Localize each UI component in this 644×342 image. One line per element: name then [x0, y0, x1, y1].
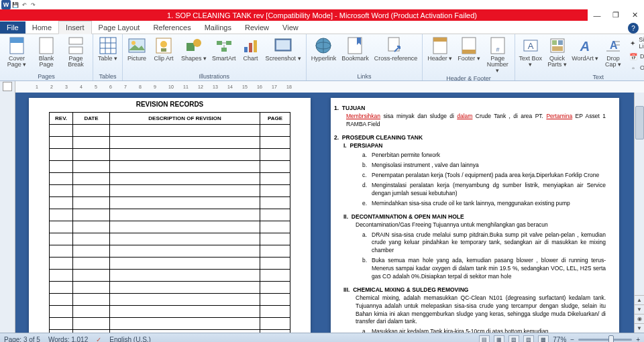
proofing-icon[interactable]: ✓	[96, 336, 101, 342]
svg-rect-5	[100, 38, 116, 54]
status-bar: Page: 3 of 5 Words: 1.012 ✓ English (U.S…	[0, 333, 644, 342]
svg-text:#: #	[496, 46, 499, 53]
svg-rect-17	[217, 41, 222, 45]
table-row	[50, 173, 290, 185]
hyperlink-button[interactable]: Hyperlink	[309, 36, 339, 62]
svg-rect-19	[221, 48, 227, 52]
view-web-icon[interactable]: ▧	[508, 335, 519, 343]
minimize-button[interactable]: —	[588, 9, 606, 21]
tab-file[interactable]: File	[0, 21, 25, 34]
crossref-button[interactable]: Cross-reference	[372, 36, 420, 62]
cover-page-button[interactable]: Cover Page ▾	[3, 36, 31, 68]
svg-rect-24	[276, 40, 290, 50]
undo-icon[interactable]: ↶	[20, 1, 28, 9]
blank-page-button[interactable]: Blank Page	[32, 36, 60, 68]
textbox-button[interactable]: AText Box ▾	[518, 36, 543, 68]
vertical-scrollbar[interactable]: ▲ ▼ ◉ ▼	[634, 93, 644, 333]
table-row	[50, 221, 290, 233]
tab-mailings[interactable]: Mailings	[198, 21, 238, 34]
tab-review[interactable]: Review	[238, 21, 276, 34]
save-icon[interactable]: 💾	[11, 1, 19, 9]
list-item: Menginstalasi peralatan kerja (menyambun…	[362, 182, 606, 198]
shapes-button[interactable]: Shapes ▾	[179, 36, 209, 62]
zoom-level[interactable]: 77%	[553, 336, 566, 342]
object-button[interactable]: ▫Object ▾	[627, 62, 644, 73]
table-button[interactable]: Table ▾	[96, 36, 119, 62]
col-rev: REV.	[50, 113, 73, 125]
status-lang[interactable]: English (U.S.)	[109, 336, 151, 342]
calendar-icon: 📅	[629, 52, 638, 61]
zoom-slider[interactable]	[578, 339, 632, 341]
view-outline-icon[interactable]: ▨	[523, 335, 534, 343]
wordart-button[interactable]: AWordArt ▾	[571, 36, 599, 62]
table-row	[50, 258, 290, 270]
zoom-out-button[interactable]: −	[570, 336, 574, 342]
smartart-button[interactable]: SmartArt	[210, 36, 238, 62]
vertical-ruler[interactable]	[0, 93, 15, 333]
window-title: 1. SOP CLEANING TANK rev [Compatibility …	[167, 11, 477, 19]
table-row	[50, 161, 290, 173]
col-date: DATE	[73, 113, 110, 125]
svg-rect-18	[226, 41, 231, 45]
status-words[interactable]: Words: 1.012	[48, 336, 88, 342]
screenshot-button[interactable]: Screenshot ▾	[264, 36, 303, 62]
horizontal-ruler[interactable]: 123456789101112131415161718	[15, 81, 644, 93]
view-print-icon[interactable]: ▤	[479, 335, 490, 343]
tab-selector[interactable]	[3, 82, 12, 91]
redo-icon[interactable]: ↷	[29, 1, 37, 9]
document-page-left: REVISION RECORDS REV. DATE DESCRIPTION O…	[29, 98, 311, 333]
group-links-label: Links	[309, 72, 420, 80]
svg-point-13	[160, 41, 167, 48]
next-page-icon[interactable]: ▼	[635, 323, 644, 333]
tab-home[interactable]: Home	[25, 21, 58, 34]
svg-text:A: A	[580, 39, 590, 54]
close-button[interactable]: ✕	[625, 9, 644, 21]
datetime-button[interactable]: 📅Date & Time	[627, 51, 644, 62]
revision-table: REV. DATE DESCRIPTION OF REVISION PAGE	[49, 112, 290, 333]
svg-rect-2	[40, 38, 53, 54]
bookmark-button[interactable]: Bookmark	[339, 36, 371, 62]
scroll-down-icon[interactable]: ▼	[635, 304, 644, 314]
picture-button[interactable]: Picture	[125, 36, 148, 62]
signature-icon: ✦	[629, 38, 637, 48]
table-row	[50, 282, 290, 294]
list-item: Buka semua man hole yang ada, kemudian p…	[362, 257, 606, 281]
tab-references[interactable]: References	[146, 21, 197, 34]
revision-title: REVISION RECORDS	[49, 101, 290, 108]
view-read-icon[interactable]: ▦	[494, 335, 504, 343]
group-illustrations-label: Illustrations	[125, 72, 303, 80]
table-row	[50, 197, 290, 209]
group-tables-label: Tables	[96, 72, 119, 80]
table-row	[50, 294, 290, 306]
table-row	[50, 245, 290, 258]
tab-view[interactable]: View	[276, 21, 305, 34]
quickparts-button[interactable]: Quick Parts ▾	[545, 36, 570, 68]
zoom-in-button[interactable]: +	[636, 336, 640, 342]
word-app-icon: W	[1, 0, 11, 9]
footer-button[interactable]: Footer ▾	[455, 36, 482, 62]
table-row	[50, 185, 290, 197]
table-row	[50, 209, 290, 221]
status-page[interactable]: Page: 3 of 5	[4, 336, 40, 342]
pagenum-button[interactable]: #Page Number ▾	[484, 36, 512, 74]
signature-button[interactable]: ✦Signature Line ▾	[627, 36, 644, 50]
svg-rect-14	[161, 48, 166, 52]
list-item: Penempatan peralatan kerja (Tools / equi…	[362, 172, 606, 180]
page-break-button[interactable]: Page Break	[62, 36, 90, 68]
dropcap-button[interactable]: ADrop Cap ▾	[600, 36, 626, 68]
list-item: Mengisolasi instrument , valve dan lainn…	[362, 162, 606, 170]
tab-insert[interactable]: Insert	[58, 21, 92, 34]
clipart-button[interactable]: Clip Art	[150, 36, 178, 62]
chart-button[interactable]: Chart	[239, 36, 262, 62]
prev-page-icon[interactable]: ◉	[635, 314, 644, 323]
scroll-thumb[interactable]	[635, 106, 644, 139]
tab-page-layout[interactable]: Page Layout	[92, 21, 147, 34]
help-icon[interactable]: ?	[628, 23, 639, 34]
header-button[interactable]: Header ▾	[425, 36, 454, 62]
view-draft-icon[interactable]: ▩	[538, 335, 549, 343]
maximize-button[interactable]: ❐	[606, 9, 625, 21]
table-row	[50, 318, 290, 330]
scroll-up-icon[interactable]: ▲	[635, 295, 644, 304]
svg-rect-33	[462, 50, 476, 54]
col-desc: DESCRIPTION OF REVISION	[110, 113, 260, 125]
